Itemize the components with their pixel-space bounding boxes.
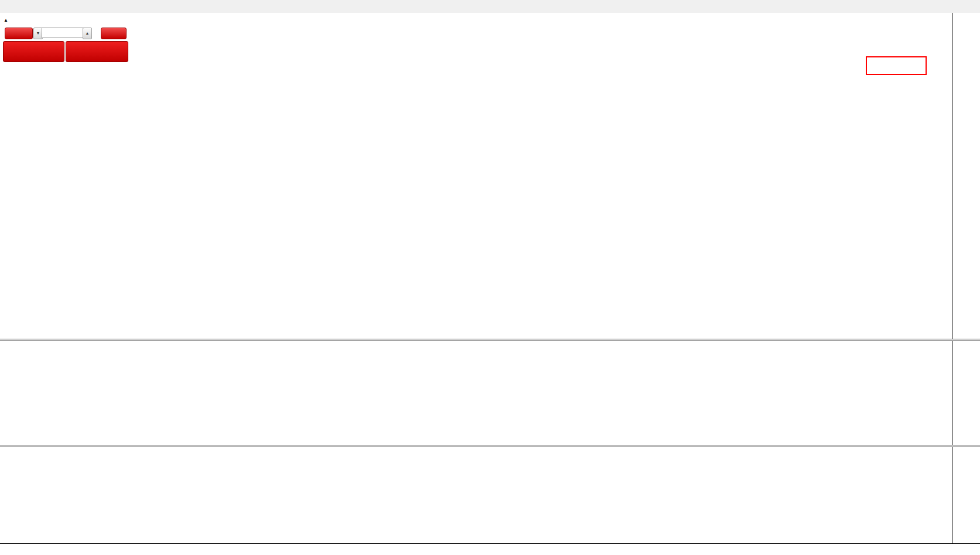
sell-quote-panel[interactable] xyxy=(3,41,64,62)
sell-button[interactable] xyxy=(5,28,33,39)
rsi-pane-canvas[interactable] xyxy=(0,447,952,543)
time-axis[interactable] xyxy=(0,543,980,555)
main-chart-canvas[interactable] xyxy=(0,13,952,339)
price-level-callout[interactable] xyxy=(866,56,927,75)
macd-pane-canvas[interactable] xyxy=(0,341,952,445)
buy-quote-panel[interactable] xyxy=(66,41,128,62)
rsi-pane-splitter[interactable] xyxy=(0,445,980,447)
buy-button[interactable] xyxy=(101,28,127,39)
chart-title: ▲ xyxy=(4,16,10,23)
main-toolbar xyxy=(0,0,980,13)
macd-pane-splitter[interactable] xyxy=(0,339,980,341)
volume-input[interactable] xyxy=(42,28,86,38)
volume-up-button[interactable]: ▲ xyxy=(83,28,92,39)
price-axis[interactable] xyxy=(952,13,980,543)
mt4-window: ▲ ▼ ▲ xyxy=(0,0,980,555)
collapse-icon[interactable]: ▲ xyxy=(4,18,8,23)
